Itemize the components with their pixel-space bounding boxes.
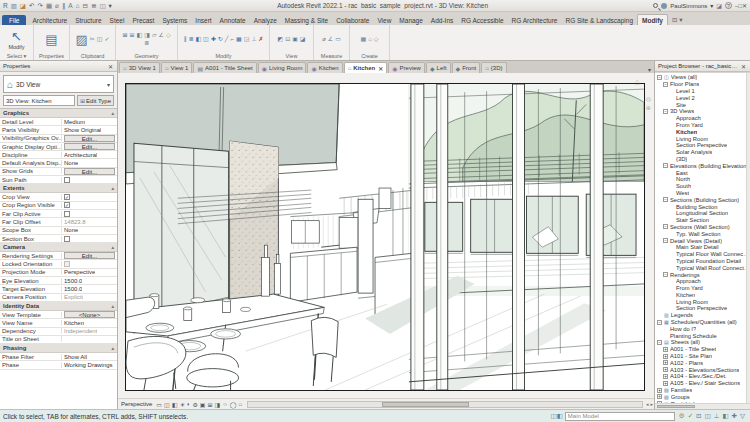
tree-item-groups[interactable]: +▨Groups: [655, 393, 750, 400]
property-checkbox[interactable]: ✓: [64, 202, 70, 208]
property-section-camera[interactable]: Camera▴: [0, 243, 117, 252]
expand-icon[interactable]: +: [657, 394, 662, 399]
filter-icon[interactable]: ▽: [740, 412, 745, 420]
view-tab-3d-view-1[interactable]: ⌂3D View 1: [119, 62, 160, 73]
sun-path-icon[interactable]: ☀: [179, 401, 184, 408]
design-options-field[interactable]: Main Model: [565, 412, 675, 421]
select-underlay-icon[interactable]: ◫: [705, 412, 711, 420]
tree-item-level-1[interactable]: Level 1: [655, 88, 750, 95]
cut-geometry-icon[interactable]: ⊠: [122, 32, 127, 39]
view-tab-3d[interactable]: ⌂{3D}: [481, 62, 506, 73]
visual-style-icon[interactable]: ◧: [172, 401, 178, 408]
tree-item-a104-elev-sec-det[interactable]: +A104 - Elev./Sec./Det.: [655, 373, 750, 380]
property-value[interactable]: Medium: [64, 119, 85, 125]
view-scale-icon[interactable]: ▭: [156, 401, 162, 408]
scale-icon[interactable]: ◲: [244, 36, 250, 43]
tree-item-solar-analysis[interactable]: Solar Analysis: [655, 149, 750, 156]
match-type-icon[interactable]: ✓: [104, 36, 109, 43]
close-button[interactable]: ✕: [742, 3, 747, 9]
tree-scrollbar-thumb[interactable]: [657, 405, 695, 408]
paste-icon[interactable]: ▨: [75, 32, 87, 47]
property-value[interactable]: Show All: [64, 354, 87, 360]
tree-item-families[interactable]: +▧Families: [655, 387, 750, 394]
override-graphics-icon[interactable]: ⊡: [285, 36, 290, 43]
tree-item-south[interactable]: South: [655, 183, 750, 190]
ribbon-tab-analyze[interactable]: Analyze: [250, 15, 281, 25]
switch-windows-icon[interactable]: ◫: [99, 1, 105, 11]
move-icon[interactable]: ✚: [211, 36, 216, 43]
property-value[interactable]: Architectural: [64, 152, 97, 158]
reveal-hidden-elements-icon[interactable]: ☼: [222, 401, 228, 407]
tree-item-views-all[interactable]: −◫Views (all): [655, 74, 750, 81]
tree-item-living-room[interactable]: Living Room: [655, 135, 750, 142]
offset-icon[interactable]: ≣: [188, 36, 193, 43]
tree-item-approach[interactable]: Approach: [655, 278, 750, 285]
tree-item-site[interactable]: Site: [655, 101, 750, 108]
tree-item-stair-section[interactable]: Stair Section: [655, 217, 750, 224]
tree-item-level-2[interactable]: Level 2: [655, 94, 750, 101]
select-links-icon[interactable]: ⊡: [696, 412, 701, 420]
expand-icon[interactable]: +: [663, 354, 668, 359]
print-icon[interactable]: ▦: [46, 1, 52, 11]
tree-item-west[interactable]: West: [655, 190, 750, 197]
tree-item-renderings[interactable]: −Renderings: [655, 271, 750, 278]
tree-item-typical-floor-wall-connection[interactable]: Typical Floor Wall Connection: [655, 251, 750, 258]
view-tab-a001-title-sheet[interactable]: ▤A001 - Title Sheet: [193, 62, 256, 73]
drawing-canvas[interactable]: ⌂ ◎ ⊕: [118, 73, 654, 398]
property-value[interactable]: 1500.0: [64, 286, 82, 292]
tree-item-detail-views-detail[interactable]: −Detail Views (Detail): [655, 237, 750, 244]
tree-item-living-room[interactable]: Living Room: [655, 298, 750, 305]
tree-item-east[interactable]: East: [655, 169, 750, 176]
tree-item-sections-wall-section[interactable]: −Sections (Wall Section): [655, 224, 750, 231]
tree-item-building-section[interactable]: Building Section: [655, 203, 750, 210]
ribbon-tab-modify[interactable]: Modify: [637, 14, 668, 25]
create-similar-icon[interactable]: ⌂: [368, 36, 372, 43]
ribbon-tab-file[interactable]: File: [2, 15, 26, 25]
detail-level-icon[interactable]: ◫: [164, 401, 170, 408]
tree-item-sheets-all[interactable]: −▤Sheets (all): [655, 339, 750, 346]
horizontal-scrollbar[interactable]: [247, 401, 643, 408]
aligned-dimension-icon[interactable]: ∥: [62, 1, 65, 11]
wall-joins-icon[interactable]: ◨: [144, 32, 150, 39]
collapse-icon[interactable]: −: [663, 109, 668, 114]
property-section-identity-data[interactable]: Identity Data▴: [0, 302, 117, 311]
copy-to-clipboard-icon[interactable]: ◫: [97, 36, 103, 43]
property-checkbox[interactable]: [64, 211, 70, 217]
collapse-icon[interactable]: −: [663, 82, 668, 87]
tree-item-how-do-i[interactable]: How do I?: [655, 325, 750, 332]
default-3d-view-icon[interactable]: ⌂: [76, 1, 80, 11]
property-checkbox[interactable]: ✓: [64, 194, 70, 200]
linework-icon[interactable]: ▣: [292, 36, 298, 43]
tree-item-planting-schedule[interactable]: Planting Schedule: [655, 332, 750, 339]
temporary-view-properties-icon[interactable]: ◯: [230, 401, 237, 408]
ribbon-tab-[interactable]: ⊡ ▾: [668, 14, 687, 25]
property-value[interactable]: None: [64, 227, 78, 233]
tree-vertical-scrollbar[interactable]: [746, 73, 750, 403]
property-checkbox[interactable]: [64, 236, 70, 242]
hide-elements-icon[interactable]: ◩: [277, 36, 283, 43]
ribbon-tab-collaborate[interactable]: Collaborate: [332, 15, 373, 25]
ribbon-tab-structure[interactable]: Structure: [71, 15, 105, 25]
join-geometry-icon[interactable]: ⊞: [130, 32, 135, 39]
expand-icon[interactable]: +: [663, 381, 668, 386]
properties-close-icon[interactable]: ✕: [107, 63, 114, 70]
ribbon-tab-add-ins[interactable]: Add-Ins: [427, 15, 457, 25]
expand-icon[interactable]: +: [657, 388, 662, 393]
editable-only-icon[interactable]: ✓: [688, 412, 693, 420]
view-tab-close-icon[interactable]: ✕: [378, 65, 383, 72]
project-browser-header[interactable]: Project Browser - rac_basic_sample_proj.…: [655, 61, 750, 72]
ribbon-tab-annotate[interactable]: Annotate: [216, 15, 250, 25]
measure-icon[interactable]: ⌀: [55, 1, 59, 11]
render-dialog-icon[interactable]: ⚙: [192, 401, 197, 408]
redo-icon[interactable]: ↷: [37, 1, 42, 11]
tree-item-a102-plans[interactable]: +A102 - Plans: [655, 359, 750, 366]
align-icon[interactable]: ∥: [183, 36, 186, 43]
properties-header[interactable]: Properties ✕: [0, 61, 117, 72]
project-browser-close-icon[interactable]: ✕: [740, 63, 747, 70]
tree-item-north[interactable]: North: [655, 176, 750, 183]
tree-item-longitudinal-section[interactable]: Longitudinal Section: [655, 210, 750, 217]
tree-horizontal-scrollbar[interactable]: [655, 403, 750, 409]
app-menu-icon[interactable]: R: [3, 1, 8, 11]
cloud-icon[interactable]: ◪: [716, 2, 722, 9]
collapse-icon[interactable]: −: [663, 197, 668, 202]
